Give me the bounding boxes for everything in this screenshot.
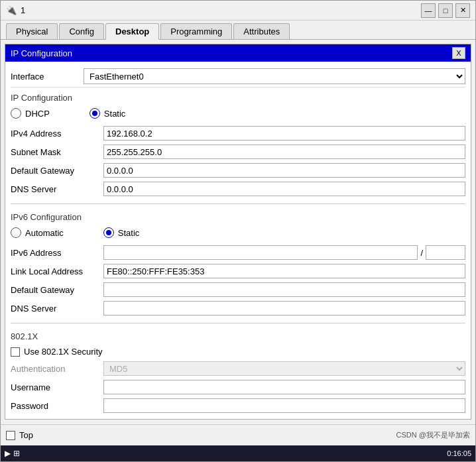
- separator-2: [11, 323, 465, 323]
- title-bar-controls: — □ ✕: [421, 3, 470, 18]
- password-label: Password: [11, 401, 103, 411]
- authentication-row: Authentication MD5: [11, 359, 465, 378]
- top-checkbox[interactable]: [6, 431, 15, 440]
- username-label: Username: [11, 382, 103, 392]
- username-row: Username: [11, 378, 465, 396]
- main-content: IP Configuration X Interface FastEtherne…: [1, 40, 475, 424]
- taskbar-left: ▶ ⊞: [5, 449, 20, 458]
- subnet-mask-row: Subnet Mask: [11, 143, 465, 161]
- top-label: Top: [19, 430, 33, 440]
- ipv4-address-row: IPv4 Address: [11, 124, 465, 143]
- default-gateway-label: Default Gateway: [11, 166, 103, 176]
- ipv6-address-input[interactable]: [103, 245, 418, 260]
- ipv6-static-radio[interactable]: [103, 227, 114, 238]
- taskbar-icon2: ⊞: [13, 449, 20, 458]
- tab-config[interactable]: Config: [59, 23, 104, 39]
- static-radio[interactable]: [89, 108, 100, 119]
- use-8021x-row: Use 802.1X Security: [11, 344, 465, 359]
- auth-select-wrapper[interactable]: MD5: [103, 361, 465, 376]
- default-gateway-input[interactable]: [103, 163, 465, 178]
- ipv6-address-label: IPv6 Address: [11, 248, 103, 258]
- interface-row: Interface FastEthernet0: [11, 66, 465, 87]
- taskbar-icon: ▶: [5, 449, 11, 458]
- ipv6-static-label: Static: [118, 228, 140, 238]
- dhcp-label: DHCP: [25, 109, 50, 119]
- username-input[interactable]: [103, 380, 465, 394]
- main-window: 🔌 1 — □ ✕ Physical Config Desktop Progra…: [0, 0, 476, 462]
- ipv6-static-radio-item[interactable]: Static: [103, 227, 140, 238]
- app-icon: 🔌: [6, 5, 17, 16]
- ipv6-dns-server-row: DNS Server: [11, 299, 465, 318]
- maximize-button[interactable]: □: [438, 3, 453, 18]
- ipv6-dns-server-label: DNS Server: [11, 304, 103, 314]
- interface-select-wrapper[interactable]: FastEthernet0: [84, 68, 465, 84]
- ipv4-section-title: IP Configuration: [11, 90, 465, 105]
- dhcp-radio-item[interactable]: DHCP: [11, 108, 50, 119]
- dns-server-input[interactable]: [103, 182, 465, 196]
- ipv6-auto-radio-item[interactable]: Automatic: [11, 227, 64, 238]
- ip-panel-close-button[interactable]: X: [452, 47, 465, 59]
- tab-programming[interactable]: Programming: [160, 23, 232, 39]
- static-radio-item[interactable]: Static: [89, 108, 126, 119]
- ipv6-default-gateway-row: Default Gateway: [11, 280, 465, 299]
- ipv6-address-row: IPv6 Address /: [11, 243, 465, 262]
- separator-1: [11, 203, 465, 204]
- auth-label: Authentication: [11, 364, 103, 374]
- close-button[interactable]: ✕: [455, 3, 470, 18]
- ipv6-input-group: /: [103, 245, 465, 260]
- tab-attributes[interactable]: Attributes: [233, 23, 290, 39]
- use-8021x-label: Use 802.1X Security: [24, 347, 103, 357]
- dns-server-label: DNS Server: [11, 184, 103, 194]
- ipv4-address-label: IPv4 Address: [11, 129, 103, 139]
- password-input[interactable]: [103, 398, 465, 413]
- title-bar-left: 🔌 1: [6, 5, 25, 16]
- use-8021x-checkbox[interactable]: [11, 347, 20, 357]
- tab-bar: Physical Config Desktop Programming Attr…: [1, 21, 475, 40]
- taskbar: ▶ ⊞ 0:16:05: [1, 445, 475, 461]
- ipv4-radio-row: DHCP Static: [11, 105, 465, 124]
- ipv6-auto-radio[interactable]: [11, 227, 21, 238]
- title-bar: 🔌 1 — □ ✕: [1, 1, 475, 21]
- minimize-button[interactable]: —: [421, 3, 436, 18]
- ip-panel-body: Interface FastEthernet0 IP Configuration…: [5, 62, 471, 419]
- ipv6-section-title: IPv6 Configuration: [11, 209, 465, 225]
- ipv6-slash: /: [420, 248, 423, 258]
- auth-select[interactable]: MD5: [103, 361, 465, 376]
- link-local-label: Link Local Address: [11, 266, 103, 276]
- ip-panel-title: IP Configuration: [11, 48, 72, 58]
- ipv6-default-gateway-label: Default Gateway: [11, 285, 103, 295]
- ipv4-address-input[interactable]: [103, 126, 465, 141]
- bottom-bar: Top CSDN @我不是毕加索: [1, 424, 475, 445]
- ipv6-auto-label: Automatic: [25, 228, 64, 238]
- ip-panel-header: IP Configuration X: [5, 44, 471, 62]
- 8021x-section-title: 802.1X: [11, 329, 465, 344]
- bottom-left: Top: [6, 430, 33, 440]
- tab-physical[interactable]: Physical: [6, 23, 58, 39]
- watermark: CSDN @我不是毕加索: [396, 430, 470, 440]
- ipv6-dns-server-input[interactable]: [103, 301, 465, 316]
- dhcp-radio[interactable]: [11, 108, 21, 119]
- default-gateway-row: Default Gateway: [11, 161, 465, 180]
- link-local-row: Link Local Address: [11, 262, 465, 280]
- interface-select[interactable]: FastEthernet0: [84, 68, 465, 84]
- ipv6-prefix-input[interactable]: [426, 245, 465, 260]
- window-title: 1: [21, 5, 25, 15]
- interface-label: Interface: [11, 72, 84, 82]
- tab-desktop[interactable]: Desktop: [105, 23, 159, 40]
- password-row: Password: [11, 396, 465, 415]
- ip-configuration-panel: IP Configuration X Interface FastEtherne…: [5, 44, 471, 420]
- ipv6-radio-row: Automatic Static: [11, 225, 465, 243]
- ipv6-default-gateway-input[interactable]: [103, 282, 465, 297]
- subnet-mask-label: Subnet Mask: [11, 147, 103, 157]
- link-local-input[interactable]: [103, 264, 465, 278]
- static-label: Static: [104, 109, 126, 119]
- taskbar-time: 0:16:05: [447, 449, 471, 457]
- dns-server-row: DNS Server: [11, 180, 465, 198]
- subnet-mask-input[interactable]: [103, 144, 465, 159]
